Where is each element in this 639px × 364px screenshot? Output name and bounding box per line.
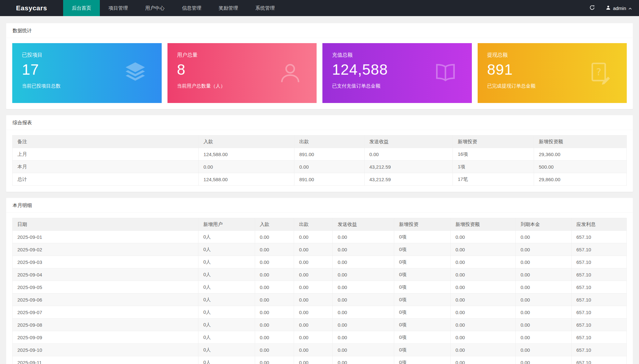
- column-header: 新增投资: [453, 135, 534, 148]
- table-cell: 0.00: [516, 294, 571, 306]
- column-header: 新增用户: [198, 218, 255, 231]
- stat-title: 用户总量: [177, 52, 307, 59]
- table-cell: 0项: [394, 344, 450, 356]
- nav-item-rewards[interactable]: 奖励管理: [210, 0, 247, 16]
- table-cell: 0项: [394, 319, 450, 331]
- stat-title: 提现总额: [487, 52, 617, 59]
- table-cell: 2025-09-07: [13, 306, 198, 319]
- table-cell: 2025-09-06: [13, 294, 198, 306]
- table-row: 2025-09-080人0.000.000.000项0.000.00657.10: [13, 319, 627, 331]
- stats-panel-title: 数据统计: [6, 23, 633, 38]
- table-cell: 0.00: [294, 319, 333, 331]
- table-row: 2025-09-040人0.000.000.000项0.000.00657.10: [13, 268, 627, 281]
- table-cell: 0.00: [294, 331, 333, 344]
- table-cell: 0.00: [333, 256, 394, 268]
- table-cell: 124,588.00: [198, 173, 294, 186]
- table-cell: 0人: [198, 243, 255, 256]
- stat-card-withdraw: 提现总额 891 已完成提现订单总金额 ?: [478, 43, 627, 103]
- column-header: 新增投资额: [451, 218, 516, 231]
- table-cell: 43,212.59: [364, 161, 453, 173]
- table-cell: 0.00: [255, 356, 294, 364]
- table-cell: 0.00: [333, 356, 394, 364]
- summary-panel: 综合报表 备注入款出款发送收益新增投资新增投资额 上月124,588.00891…: [6, 115, 633, 192]
- table-cell: 0.00: [516, 243, 571, 256]
- table-cell: 总计: [13, 173, 199, 186]
- table-cell: 657.10: [571, 356, 627, 364]
- table-cell: 0.00: [255, 294, 294, 306]
- table-row: 本月0.000.0043,212.591项500.00: [13, 161, 627, 173]
- table-cell: 2025-09-09: [13, 331, 198, 344]
- table-cell: 657.10: [571, 243, 627, 256]
- table-cell: 0.00: [451, 231, 516, 243]
- nav-item-users[interactable]: 用户中心: [137, 0, 173, 16]
- table-cell: 0.00: [451, 281, 516, 294]
- table-cell: 0.00: [255, 281, 294, 294]
- table-cell: 2025-09-01: [13, 231, 198, 243]
- table-cell: 891.00: [294, 173, 364, 186]
- table-cell: 0.00: [451, 356, 516, 364]
- table-row: 总计124,588.00891.0043,212.5917笔29,860.00: [13, 173, 627, 186]
- nav-item-system[interactable]: 系统管理: [247, 0, 283, 16]
- table-cell: 657.10: [571, 231, 627, 243]
- table-cell: 2025-09-03: [13, 256, 198, 268]
- nav-item-home[interactable]: 后台首页: [63, 0, 100, 16]
- stats-panel: 数据统计 已投项目 17 当前已投项目总数 用户总量 8 当前用户总数量（人）: [6, 23, 633, 109]
- table-cell: 0人: [198, 256, 255, 268]
- nav-item-projects[interactable]: 项目管理: [100, 0, 137, 16]
- table-cell: 0.00: [451, 268, 516, 281]
- table-cell: 0.00: [294, 294, 333, 306]
- table-row: 2025-09-100人0.000.000.000项0.000.00657.10: [13, 344, 627, 356]
- brand-logo[interactable]: Easycars: [0, 0, 63, 16]
- column-header: 发送收益: [333, 218, 394, 231]
- daily-table: 日期新增用户入款出款发送收益新增投资新增投资额到期本金应发利息 2025-09-…: [12, 218, 627, 364]
- table-cell: 0.00: [294, 268, 333, 281]
- table-cell: 0.00: [333, 306, 394, 319]
- table-cell: 657.10: [571, 306, 627, 319]
- table-row: 2025-09-070人0.000.000.000项0.000.00657.10: [13, 306, 627, 319]
- table-cell: 0.00: [255, 344, 294, 356]
- nav-right: admin: [583, 0, 639, 16]
- table-cell: 657.10: [571, 331, 627, 344]
- user-icon: [606, 5, 611, 11]
- table-row: 2025-09-010人0.000.000.000项0.000.00657.10: [13, 231, 627, 243]
- nav-item-info[interactable]: 信息管理: [173, 0, 210, 16]
- table-cell: 0人: [198, 319, 255, 331]
- table-cell: 657.10: [571, 268, 627, 281]
- table-cell: 0项: [394, 243, 450, 256]
- table-row: 2025-09-060人0.000.000.000项0.000.00657.10: [13, 294, 627, 306]
- table-cell: 0.00: [451, 306, 516, 319]
- table-cell: 0.00: [294, 344, 333, 356]
- stat-card-recharge: 充值总额 124,588 已支付充值订单总金额: [322, 43, 472, 103]
- table-cell: 0.00: [294, 231, 333, 243]
- table-row: 2025-09-030人0.000.000.000项0.000.00657.10: [13, 256, 627, 268]
- column-header: 新增投资: [394, 218, 450, 231]
- daily-panel-title: 本月明细: [6, 198, 633, 213]
- table-cell: 2025-09-04: [13, 268, 198, 281]
- table-cell: 2025-09-05: [13, 281, 198, 294]
- table-cell: 0.00: [333, 231, 394, 243]
- summary-table: 备注入款出款发送收益新增投资新增投资额 上月124,588.00891.000.…: [12, 135, 627, 186]
- table-cell: 0人: [198, 344, 255, 356]
- refresh-icon: [589, 5, 595, 12]
- table-cell: 17笔: [453, 173, 534, 186]
- table-cell: 0.00: [294, 281, 333, 294]
- user-menu[interactable]: admin: [601, 0, 639, 16]
- daily-panel: 本月明细 日期新增用户入款出款发送收益新增投资新增投资额到期本金应发利息 202…: [6, 198, 633, 364]
- table-row: 上月124,588.00891.000.0016项29,360.00: [13, 148, 627, 161]
- column-header: 入款: [255, 218, 294, 231]
- table-cell: 657.10: [571, 319, 627, 331]
- table-cell: 0.00: [516, 231, 571, 243]
- refresh-button[interactable]: [583, 0, 601, 16]
- table-cell: 500.00: [534, 161, 627, 173]
- table-cell: 0.00: [294, 256, 333, 268]
- table-cell: 657.10: [571, 281, 627, 294]
- stat-card-users: 用户总量 8 当前用户总数量（人）: [167, 43, 317, 103]
- table-cell: 657.10: [571, 256, 627, 268]
- table-cell: 0.00: [333, 331, 394, 344]
- table-cell: 0.00: [516, 356, 571, 364]
- username: admin: [613, 5, 626, 11]
- column-header: 日期: [13, 218, 198, 231]
- column-header: 发送收益: [364, 135, 453, 148]
- table-cell: 0人: [198, 281, 255, 294]
- table-cell: 0.00: [516, 306, 571, 319]
